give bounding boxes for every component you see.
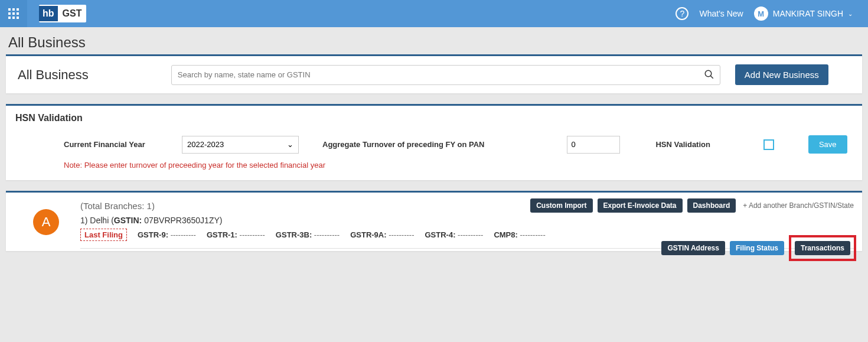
dashboard-button[interactable]: Dashboard — [687, 198, 736, 213]
filing-status-button[interactable]: Filing Status — [730, 241, 784, 255]
add-new-business-button[interactable]: Add New Business — [735, 64, 828, 85]
last-filing-badge[interactable]: Last Filing — [80, 229, 127, 241]
fy-select-value: 2022-2023 — [187, 140, 224, 149]
top-navbar: hb GST ? What's New M MANKIRAT SINGH ⌄ — [0, 0, 868, 27]
fy-select[interactable]: 2022-2023 ⌄ — [182, 136, 299, 154]
search-panel: All Business Add New Business — [6, 54, 862, 93]
hsn-title: HSN Validation — [6, 106, 862, 127]
gstin-address-button[interactable]: GSTIN Address — [661, 241, 725, 255]
whats-new-link[interactable]: What's New — [699, 9, 743, 18]
fy-label: Current Financial Year — [64, 140, 182, 149]
custom-import-button[interactable]: Custom Import — [530, 198, 592, 213]
logo-hb: hb — [39, 6, 58, 21]
chevron-down-icon: ⌄ — [287, 140, 293, 149]
chevron-down-icon: ⌄ — [848, 11, 853, 17]
help-icon[interactable]: ? — [676, 7, 688, 20]
hsn-panel: HSN Validation Current Financial Year 20… — [6, 104, 862, 180]
save-button[interactable]: Save — [808, 135, 847, 154]
business-avatar: A — [33, 209, 59, 235]
cmp8: CMP8: ---------- — [494, 230, 545, 239]
hsn-validation-checkbox[interactable] — [763, 139, 774, 150]
svg-line-1 — [710, 76, 713, 79]
search-icon[interactable] — [704, 69, 714, 80]
hsn-validation-label: HSN Validation — [655, 140, 710, 149]
turnover-input[interactable] — [567, 136, 620, 154]
apps-grid-icon — [8, 8, 19, 19]
user-name: MANKIRAT SINGH — [773, 9, 843, 18]
logo[interactable]: hb GST — [39, 5, 86, 22]
apps-menu-button[interactable] — [0, 0, 27, 27]
transactions-highlight: Transactions — [789, 235, 856, 261]
user-avatar: M — [754, 6, 768, 21]
svg-point-0 — [705, 70, 712, 77]
hsn-note: Note: Please enter turnover of preceedin… — [6, 158, 862, 180]
user-menu[interactable]: M MANKIRAT SINGH ⌄ — [754, 6, 853, 21]
transactions-button[interactable]: Transactions — [795, 241, 850, 255]
business-panel: A (Total Branches: 1) 1) Delhi (GSTIN: 0… — [6, 191, 862, 251]
gstr-9a: GSTR-9A: ---------- — [350, 230, 414, 239]
business-top-actions: Custom Import Export E-Invoice Data Dash… — [530, 198, 856, 213]
gstr-3b: GSTR-3B: ---------- — [276, 230, 340, 239]
gstr-9: GSTR-9: ---------- — [138, 230, 196, 239]
branch-info: 1) Delhi (GSTIN: 07BVRPR3650J1ZY) — [80, 216, 856, 225]
export-einvoice-button[interactable]: Export E-Invoice Data — [598, 198, 683, 213]
add-branch-link[interactable]: + Add another Branch/GSTIN/State — [740, 201, 856, 210]
page-title: All Business — [0, 27, 868, 54]
branch-row-actions: GSTIN Address Filing Status Transactions — [661, 235, 856, 261]
gstr-4: GSTR-4: ---------- — [425, 230, 483, 239]
search-input[interactable] — [171, 65, 720, 85]
turnover-label: Aggregate Turnover of preceding FY on PA… — [322, 140, 484, 149]
panel-title: All Business — [18, 67, 89, 83]
logo-gst: GST — [58, 6, 87, 21]
gstr-1: GSTR-1: ---------- — [207, 230, 265, 239]
